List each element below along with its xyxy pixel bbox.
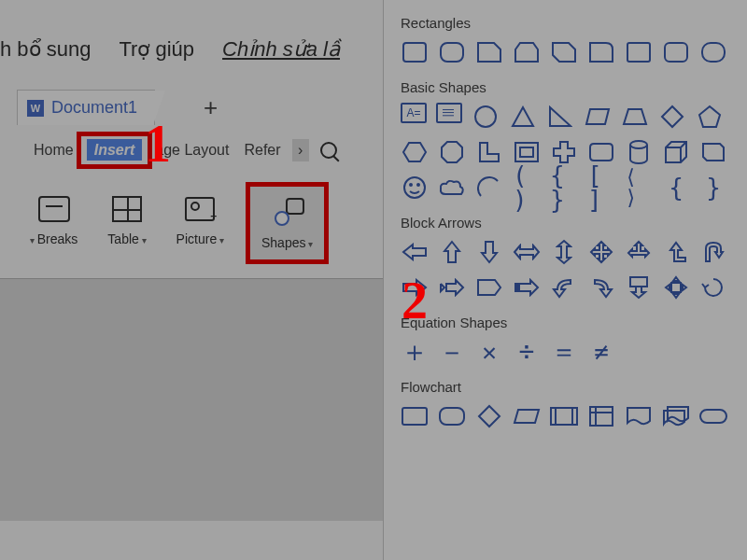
flow-document[interactable] [625,402,653,430]
shape-pentagon[interactable] [696,103,724,131]
shape-bracket-curly[interactable]: { } [550,174,578,202]
shape-round-one[interactable] [587,38,615,66]
arrow-uturn[interactable] [699,238,727,266]
shape-round-diag[interactable] [699,38,727,66]
svg-point-9 [404,177,425,198]
shape-cube[interactable] [662,138,690,166]
svg-rect-4 [702,43,725,62]
shape-plus[interactable]: ＋ [401,338,429,366]
shape-octagon[interactable] [438,138,466,166]
arrow-curved-left[interactable] [550,273,578,301]
svg-rect-15 [440,408,464,425]
arrow-notched[interactable] [438,273,466,301]
shape-equals[interactable]: ＝ [550,338,578,366]
shape-bracket-angle[interactable]: ⟨ ⟩ [625,174,653,202]
tab-scroll-right[interactable]: › [292,139,309,161]
tab-home[interactable]: Home [26,138,81,162]
arrow-updown[interactable] [550,238,578,266]
arrow-down[interactable] [475,238,503,266]
arrow-curved-right[interactable] [587,273,615,301]
shape-round-side[interactable] [662,38,690,66]
menu-item-edit[interactable]: Chỉnh sửa lầ [222,37,340,62]
shape-triangle[interactable] [509,103,537,131]
section-flowchart: Flowchart [401,379,740,395]
svg-rect-12 [630,277,647,287]
tab-page-layout[interactable]: age Layout [148,138,236,162]
shape-can[interactable] [699,138,727,166]
svg-point-8 [630,141,647,148]
picture-icon [183,192,217,226]
svg-rect-3 [665,43,687,62]
tab-insert[interactable]: Insert [81,136,148,164]
shape-l-shape[interactable] [475,138,503,166]
shape-cloud[interactable] [438,174,466,202]
shape-hexagon[interactable] [401,138,429,166]
svg-rect-19 [590,407,613,426]
table-icon [110,192,144,226]
flow-process[interactable] [401,402,429,430]
flow-internal-storage[interactable] [587,402,615,430]
arrow-tri[interactable] [625,238,653,266]
grid-block-arrows [401,238,740,301]
arrow-callout-quad[interactable] [662,273,690,301]
flow-terminator[interactable] [699,402,727,430]
shape-arc[interactable] [475,174,503,202]
flow-multidoc[interactable] [662,402,690,430]
shape-textbox-h[interactable]: A= [401,103,427,123]
picture-button[interactable]: Picture [173,187,228,252]
shapes-button[interactable]: Shapes [250,187,324,259]
arrow-circular[interactable] [699,273,727,301]
shape-divide[interactable]: ÷ [513,338,541,366]
shape-multiply[interactable]: ✕ [475,338,503,366]
add-tab-button[interactable]: + [204,93,218,122]
menu-item[interactable]: h bổ sung [0,37,91,62]
document-tab[interactable]: W Document1 [17,90,155,125]
svg-rect-0 [403,43,426,62]
svg-rect-6 [515,143,538,161]
shape-snip-top[interactable] [513,38,541,66]
flow-data[interactable] [513,402,541,430]
shape-cylinder[interactable] [625,138,653,166]
arrow-bent-up[interactable] [662,238,690,266]
shape-snip-diag[interactable] [550,38,578,66]
arrow-striped[interactable] [513,273,541,301]
breaks-icon [37,192,71,226]
shape-textbox-v[interactable]: ||| [436,103,462,123]
shape-rounded-rect[interactable] [438,38,466,66]
flow-alt-process[interactable] [438,402,466,430]
shapes-panel: Rectangles Basic Shapes A= ||| ( ) [383,0,747,560]
shape-not-equals[interactable]: ≠ [587,338,615,366]
shape-trapezoid[interactable] [621,103,649,131]
arrow-pentagon[interactable] [475,273,503,301]
arrow-quad[interactable] [587,238,615,266]
arrow-callout-down[interactable] [625,273,653,301]
shape-snip-corner[interactable] [475,38,503,66]
breaks-button[interactable]: Breaks [26,187,81,252]
shape-rectangle[interactable] [401,38,429,66]
shape-right-triangle[interactable] [546,103,574,131]
arrow-right[interactable] [401,273,429,301]
shape-minus[interactable]: － [438,338,466,366]
table-button[interactable]: Table [104,187,149,252]
main-app-area: h bổ sung Trợ giúp Chỉnh sửa lầ W Docume… [0,0,383,560]
shape-circle[interactable] [472,103,500,131]
menu-item-help[interactable]: Trợ giúp [119,37,194,62]
shape-smiley[interactable] [401,174,429,202]
shape-round-two[interactable] [625,38,653,66]
arrow-up[interactable] [438,238,466,266]
shape-bracket-square[interactable]: [ ] [587,174,615,202]
shape-bracket-round[interactable]: ( ) [513,174,541,202]
shape-diamond[interactable] [658,103,686,131]
shape-brace-left[interactable]: { [662,174,690,202]
section-equation-shapes: Equation Shapes [401,315,740,330]
grid-rectangles [401,38,740,66]
flow-predefined[interactable] [550,402,578,430]
shape-brace-right[interactable]: } [699,174,727,202]
tab-references[interactable]: Refer [236,138,288,162]
search-icon[interactable] [320,142,337,159]
arrow-left[interactable] [401,238,429,266]
flow-decision[interactable] [475,402,503,430]
arrow-leftright[interactable] [513,238,541,266]
svg-rect-2 [627,43,650,62]
shape-parallelogram[interactable] [584,103,612,131]
